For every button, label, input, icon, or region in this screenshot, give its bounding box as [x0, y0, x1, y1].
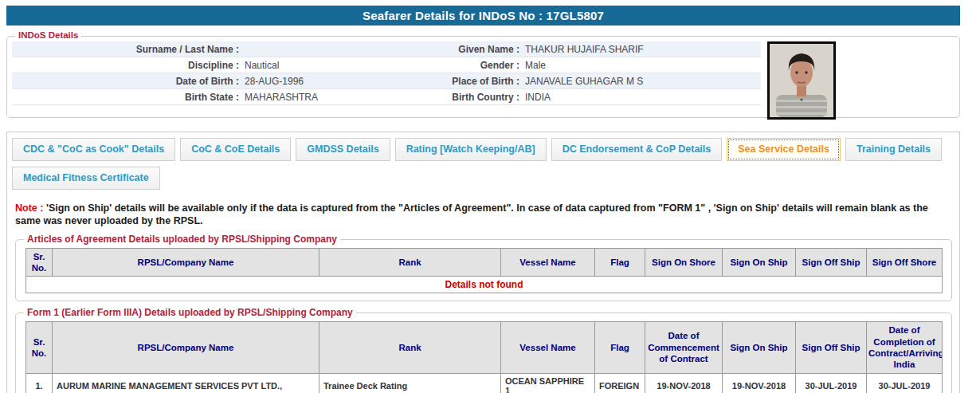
tab-dc-endorsement-cop[interactable]: DC Endorsement & CoP Details — [551, 138, 723, 161]
discipline-value: Nautical — [245, 57, 404, 73]
form1-cell-sign-off-ship: 30-JUL-2019 — [796, 373, 867, 393]
discipline-label: Discipline : — [12, 57, 245, 73]
aoa-empty-row: Details not found — [26, 277, 943, 293]
form1-header-row: Sr. No. RPSL/Company Name Rank Vessel Na… — [26, 322, 943, 374]
form1-header-vessel: Vessel Name — [501, 322, 595, 374]
form1-cell-rank: Trainee Deck Rating — [319, 373, 501, 393]
form1-cell-company: AURUM MARINE MANAGEMENT SERVICES PVT LTD… — [53, 373, 319, 393]
aoa-header-vessel: Vessel Name — [501, 248, 595, 277]
seafarer-photo-illustration — [770, 44, 833, 117]
birth-state-value: MAHARASHTRA — [245, 89, 404, 104]
aoa-header-sign-on-ship: Sign On Ship — [723, 248, 796, 277]
form1-cell-completion-date: 30-JUL-2019 — [867, 373, 943, 393]
aoa-header-rank: Rank — [319, 248, 501, 277]
tab-training-details[interactable]: Training Details — [845, 138, 942, 161]
form1-cell-commencement-date: 19-NOV-2018 — [645, 373, 723, 393]
birth-country-value: INDIA — [525, 89, 761, 104]
form1-header-rank: Rank — [319, 322, 501, 374]
indos-details-section: INDoS Details Surname / Last Name : Give… — [6, 36, 960, 118]
form1-cell-flag: FOREIGN — [595, 373, 645, 393]
tab-row-2: Medical Fitness Certificate — [12, 167, 959, 190]
place-of-birth-value: JANAVALE GUHAGAR M S — [525, 73, 761, 88]
aoa-header-sr-no: Sr. No. — [26, 248, 53, 277]
aoa-header-company: RPSL/Company Name — [53, 248, 319, 277]
form1-cell-vessel: OCEAN SAPPHIRE 1 — [501, 373, 595, 393]
given-name-value: THAKUR HUJAIFA SHARIF — [525, 41, 761, 57]
aoa-header-sign-on-shore: Sign On Shore — [645, 248, 723, 277]
tab-row-1: CDC & "CoC as Cook" Details CoC & CoE De… — [12, 138, 959, 161]
surname-value — [245, 41, 404, 57]
page-title: Seafarer Details for INDoS No : 17GL5807 — [6, 6, 960, 26]
tab-gmdss-details[interactable]: GMDSS Details — [296, 138, 390, 161]
articles-of-agreement-legend: Articles of Agreement Details uploaded b… — [24, 234, 340, 245]
form1-section: Form 1 (Earlier Form IIIA) Details uploa… — [15, 312, 952, 393]
form1-header-sign-on-ship: Sign On Ship — [723, 322, 796, 374]
articles-of-agreement-section: Articles of Agreement Details uploaded b… — [15, 239, 952, 302]
detail-row-discipline: Discipline : Nautical Gender : Male — [12, 57, 761, 73]
tab-sea-service-details[interactable]: Sea Service Details — [727, 138, 841, 161]
birth-country-label: Birth Country : — [404, 89, 525, 104]
aoa-header-flag: Flag — [595, 248, 645, 277]
form1-cell-sr-no: 1. — [26, 373, 53, 393]
form1-header-commencement-date: Date of Commencement of Contract — [645, 322, 723, 374]
gender-label: Gender : — [404, 57, 525, 73]
indos-details-grid: Surname / Last Name : Given Name : THAKU… — [12, 41, 761, 105]
birth-state-label: Birth State : — [12, 89, 245, 104]
given-name-label: Given Name : — [404, 41, 525, 57]
aoa-details-not-found: Details not found — [26, 277, 943, 293]
form1-header-sr-no: Sr. No. — [26, 322, 53, 374]
page: Seafarer Details for INDoS No : 17GL5807… — [6, 6, 960, 393]
form1-cell-sign-on-ship: 19-NOV-2018 — [723, 373, 796, 393]
tab-cdc-coc-as-cook[interactable]: CDC & "CoC as Cook" Details — [12, 138, 175, 161]
aoa-header-row: Sr. No. RPSL/Company Name Rank Vessel Na… — [26, 248, 943, 277]
tab-content-panel: CDC & "CoC as Cook" Details CoC & CoE De… — [6, 132, 960, 393]
note-text: Note : 'Sign on Ship' details will be av… — [15, 202, 950, 228]
tab-rating-watch-keeping[interactable]: Rating [Watch Keeping/AB] — [395, 138, 547, 161]
place-of-birth-label: Place of Birth : — [404, 73, 525, 88]
articles-of-agreement-table: Sr. No. RPSL/Company Name Rank Vessel Na… — [25, 248, 943, 294]
detail-row-birth-state: Birth State : MAHARASHTRA Birth Country … — [12, 89, 761, 105]
form1-header-sign-off-ship: Sign Off Ship — [796, 322, 867, 374]
form1-header-company: RPSL/Company Name — [53, 322, 319, 374]
note-label: Note : — [15, 202, 43, 214]
aoa-header-sign-off-shore: Sign Off Shore — [867, 248, 943, 277]
indos-details-legend: INDoS Details — [15, 30, 81, 40]
dob-label: Date of Birth : — [12, 73, 245, 88]
form1-table: Sr. No. RPSL/Company Name Rank Vessel Na… — [25, 321, 943, 393]
gender-value: Male — [525, 57, 761, 73]
form1-data-row: 1. AURUM MARINE MANAGEMENT SERVICES PVT … — [26, 373, 943, 393]
form1-legend: Form 1 (Earlier Form IIIA) Details uploa… — [24, 307, 356, 318]
detail-row-dob: Date of Birth : 28-AUG-1996 Place of Bir… — [12, 73, 761, 89]
form1-header-flag: Flag — [595, 322, 645, 374]
tab-coc-coe-details[interactable]: CoC & CoE Details — [180, 138, 291, 161]
detail-row-surname: Surname / Last Name : Given Name : THAKU… — [12, 41, 761, 57]
form1-header-completion-date: Date of Completion of Contract/Arriving … — [867, 322, 943, 374]
dob-value: 28-AUG-1996 — [245, 73, 404, 88]
seafarer-photo — [767, 41, 836, 120]
surname-label: Surname / Last Name : — [12, 41, 245, 57]
aoa-header-sign-off-ship: Sign Off Ship — [796, 248, 867, 277]
note-body: 'Sign on Ship' details will be available… — [15, 202, 928, 226]
tab-medical-fitness-certificate[interactable]: Medical Fitness Certificate — [12, 167, 160, 190]
